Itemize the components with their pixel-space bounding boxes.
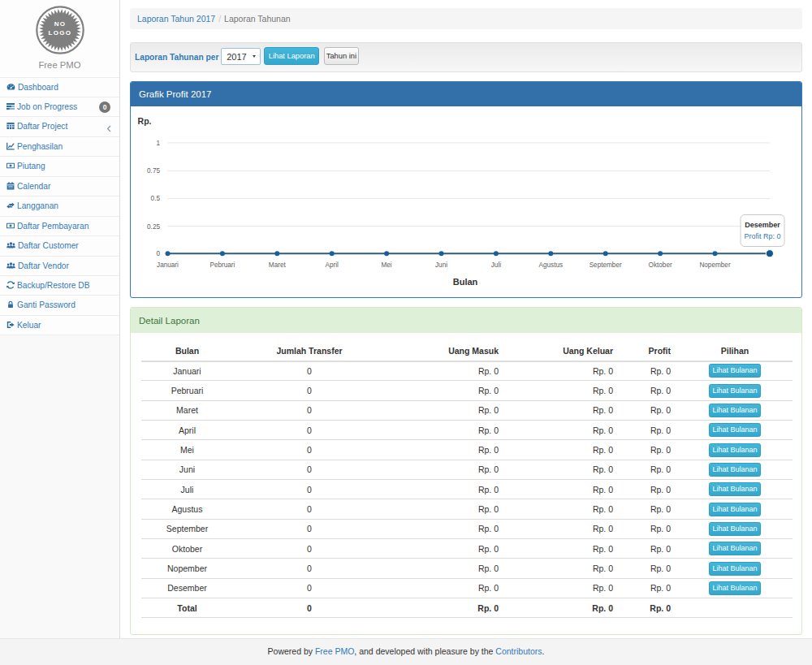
svg-text:Nopember: Nopember — [699, 261, 731, 269]
svg-text:Rp.: Rp. — [138, 115, 152, 125]
svg-text:September: September — [590, 261, 622, 269]
svg-text:Pebruari: Pebruari — [209, 261, 235, 269]
svg-text:Desember: Desember — [745, 221, 780, 229]
svg-text:Agustus: Agustus — [539, 261, 564, 269]
svg-text:Juni: Juni — [435, 261, 447, 269]
svg-text:Juli: Juli — [491, 261, 501, 269]
svg-text:Profit Rp: 0: Profit Rp: 0 — [744, 232, 780, 240]
svg-text:1: 1 — [156, 139, 160, 146]
svg-text:0.75: 0.75 — [147, 167, 160, 175]
svg-text:0: 0 — [156, 250, 160, 257]
svg-text:Oktober: Oktober — [649, 261, 672, 269]
svg-text:NO: NO — [54, 20, 67, 28]
svg-text:Maret: Maret — [269, 261, 287, 269]
svg-text:0.25: 0.25 — [147, 222, 160, 230]
svg-text:Januari: Januari — [157, 261, 179, 269]
svg-text:April: April — [326, 261, 339, 269]
svg-text:LOGO: LOGO — [49, 29, 72, 37]
svg-text:0.5: 0.5 — [151, 195, 161, 202]
svg-text:Mei: Mei — [381, 261, 391, 269]
svg-text:Bulan: Bulan — [453, 276, 478, 286]
